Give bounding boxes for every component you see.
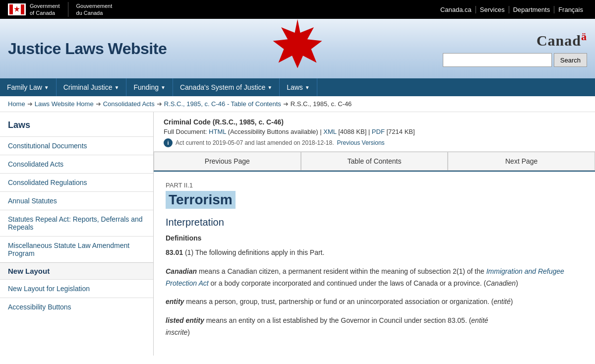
content-area: Laws Constitutional Documents Consolidat… bbox=[0, 112, 595, 356]
breadcrumb-current: R.S.C., 1985, c. C-46 bbox=[291, 100, 352, 108]
breadcrumb: Home ➜ Laws Website Home ➜ Consolidated … bbox=[0, 96, 595, 112]
main-nav: Family Law ▼ Criminal Justice ▼ Funding … bbox=[0, 78, 595, 96]
doc-status: i Act current to 2019-05-07 and last ame… bbox=[164, 138, 585, 147]
breadcrumb-arrow: ➜ bbox=[157, 100, 162, 108]
chevron-down-icon: ▼ bbox=[161, 85, 166, 90]
sidebar-item-consolidated-regs[interactable]: Consolidated Regulations bbox=[0, 173, 153, 191]
canada-logo: Canadä bbox=[536, 30, 587, 49]
doc-header: Criminal Code (R.S.C., 1985, c. C-46) Fu… bbox=[154, 112, 595, 152]
toc-button[interactable]: Table of Contents bbox=[301, 152, 448, 171]
sidebar-item-misc-statute[interactable]: Miscellaneous Statute Law Amendment Prog… bbox=[0, 236, 153, 262]
search-bar: Search bbox=[443, 53, 587, 67]
sidebar-item-new-layout-legislation[interactable]: New Layout for Legislation bbox=[0, 279, 153, 298]
info-icon: i bbox=[164, 138, 173, 147]
definitions-label: Definitions bbox=[166, 234, 583, 242]
svg-rect-0 bbox=[9, 4, 13, 14]
page-nav-buttons: Previous Page Table of Contents Next Pag… bbox=[154, 152, 595, 172]
main-content: Criminal Code (R.S.C., 1985, c. C-46) Fu… bbox=[154, 112, 595, 356]
html-link[interactable]: HTML bbox=[209, 128, 226, 135]
sidebar-item-accessibility[interactable]: Accessibility Buttons bbox=[0, 298, 153, 316]
law-content: PART II.1 Terrorism Interpretation Defin… bbox=[154, 172, 595, 356]
chevron-down-icon: ▼ bbox=[44, 85, 49, 90]
services-link[interactable]: Services bbox=[476, 6, 509, 13]
doc-meta: Full Document: HTML (Accessibility Butto… bbox=[164, 128, 585, 135]
canada-ca-link[interactable]: Canada.ca bbox=[436, 6, 476, 13]
section-title: Interpretation bbox=[166, 217, 583, 228]
nav-laws[interactable]: Laws ▼ bbox=[280, 78, 317, 96]
nav-system-of-justice[interactable]: Canada's System of Justice ▼ bbox=[173, 78, 280, 96]
breadcrumb-arrow: ➜ bbox=[96, 100, 101, 108]
sidebar-item-statutes-repeal[interactable]: Statutes Repeal Act: Reports, Deferrals … bbox=[0, 210, 153, 236]
search-input[interactable] bbox=[443, 53, 552, 67]
gov-text-fr: Gouvernement du Canada bbox=[76, 2, 113, 17]
header-right: Canadä Search bbox=[443, 30, 587, 67]
canada-flag bbox=[8, 3, 26, 15]
sidebar-section-new-layout: New Layout bbox=[0, 262, 153, 279]
xml-link[interactable]: XML bbox=[323, 128, 336, 135]
definition-listed-entity: listed entity means an entity on a list … bbox=[166, 315, 583, 339]
search-button[interactable]: Search bbox=[554, 53, 587, 67]
breadcrumb-laws-website-home[interactable]: Laws Website Home bbox=[35, 100, 94, 108]
sidebar-title: Laws bbox=[0, 116, 153, 136]
nav-funding[interactable]: Funding ▼ bbox=[126, 78, 173, 96]
part-label: PART II.1 bbox=[166, 182, 583, 189]
doc-title: Criminal Code (R.S.C., 1985, c. C-46) bbox=[164, 118, 585, 126]
header: Justice Laws Website Canadä Search bbox=[0, 19, 595, 78]
svg-rect-2 bbox=[21, 4, 24, 14]
nav-criminal-justice[interactable]: Criminal Justice ▼ bbox=[57, 78, 127, 96]
sidebar-item-annual-statutes[interactable]: Annual Statutes bbox=[0, 191, 153, 210]
definition-canadian: Canadian means a Canadian citizen, a per… bbox=[166, 266, 583, 290]
top-links: Canada.ca Services Departments Français bbox=[436, 6, 587, 13]
chevron-down-icon: ▼ bbox=[115, 85, 119, 90]
departments-link[interactable]: Departments bbox=[509, 6, 554, 13]
breadcrumb-toc[interactable]: R.S.C., 1985, c. C-46 - Table of Content… bbox=[164, 100, 281, 108]
definition-entity: entity means a person, group, trust, par… bbox=[166, 296, 583, 308]
gov-identity: Government of Canada Gouvernement du Can… bbox=[8, 2, 112, 17]
sidebar: Laws Constitutional Documents Consolidat… bbox=[0, 112, 154, 356]
site-title: Justice Laws Website bbox=[8, 40, 167, 58]
section-intro: 83.01 (1) The following definitions appl… bbox=[166, 247, 583, 259]
sidebar-item-constitutional[interactable]: Constitutional Documents bbox=[0, 136, 153, 155]
previous-versions-link[interactable]: Previous Versions bbox=[337, 139, 385, 146]
francais-link[interactable]: Français bbox=[554, 6, 587, 13]
svg-marker-4 bbox=[273, 19, 322, 68]
pdf-link[interactable]: PDF bbox=[372, 128, 385, 135]
breadcrumb-consolidated-acts[interactable]: Consolidated Acts bbox=[103, 100, 155, 108]
breadcrumb-arrow: ➜ bbox=[27, 100, 33, 108]
next-page-button[interactable]: Next Page bbox=[448, 152, 595, 171]
nav-family-law[interactable]: Family Law ▼ bbox=[0, 78, 57, 96]
gov-text: Government of Canada bbox=[30, 2, 60, 17]
chevron-down-icon: ▼ bbox=[267, 85, 272, 90]
prev-page-button[interactable]: Previous Page bbox=[154, 152, 301, 171]
chevron-down-icon: ▼ bbox=[305, 85, 310, 90]
breadcrumb-arrow: ➜ bbox=[283, 100, 289, 108]
breadcrumb-home[interactable]: Home bbox=[8, 100, 25, 108]
sidebar-item-consolidated-acts[interactable]: Consolidated Acts bbox=[0, 155, 153, 173]
part-title: Terrorism bbox=[166, 191, 236, 209]
maple-leaf bbox=[270, 16, 325, 72]
